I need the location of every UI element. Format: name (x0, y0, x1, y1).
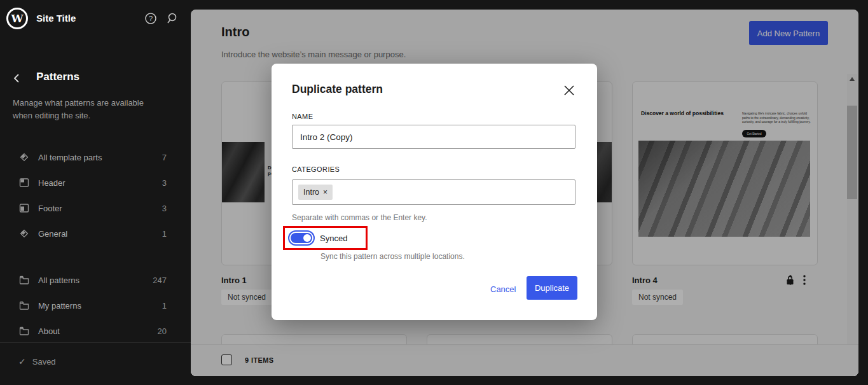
toggle-thumb (303, 234, 311, 242)
back-button[interactable] (10, 71, 24, 85)
search-icon[interactable] (165, 11, 179, 25)
pattern-name-input[interactable] (292, 125, 575, 149)
duplicate-button[interactable]: Duplicate (527, 276, 577, 300)
sidebar-item-label: My patterns (38, 301, 162, 311)
remove-token-icon[interactable]: × (323, 188, 327, 196)
category-token: Intro × (298, 185, 333, 200)
sidebar-item-footer[interactable]: Footer 3 (0, 195, 191, 221)
sidebar-item-label: All patterns (38, 276, 153, 285)
categories-help-text: Separate with commas or the Enter key. (292, 213, 427, 222)
svg-text:?: ? (149, 15, 153, 22)
categories-field-label: CATEGORIES (292, 165, 340, 173)
general-icon (18, 228, 30, 239)
sidebar-item-all-patterns[interactable]: All patterns 247 (0, 267, 191, 293)
category-token-label: Intro (303, 188, 319, 197)
sidebar-item-header[interactable]: Header 3 (0, 170, 191, 195)
name-field-label: NAME (292, 113, 313, 120)
saved-label: Saved (32, 357, 56, 367)
duplicate-pattern-modal: Duplicate pattern NAME CATEGORIES Intro … (272, 64, 597, 320)
site-title: Site Title (36, 13, 76, 24)
sidebar-description: Manage what patterns are available when … (13, 97, 159, 122)
sidebar-item-all-template-parts[interactable]: All template parts 7 (0, 144, 191, 170)
categories-input[interactable]: Intro × (292, 179, 575, 205)
sidebar-item-label: Header (38, 178, 162, 188)
sidebar-item-label: General (38, 229, 162, 239)
sidebar-item-count: 247 (153, 276, 167, 285)
sidebar-item-label: Footer (38, 204, 162, 213)
sidebar-item-count: 7 (162, 153, 167, 162)
sidebar-item-count: 1 (162, 301, 167, 311)
toggle-track (291, 233, 312, 243)
sidebar-item-count: 1 (162, 229, 167, 239)
cancel-button[interactable]: Cancel (485, 282, 521, 297)
sidebar-item-label: All template parts (38, 153, 162, 162)
sidebar-item-my-patterns[interactable]: My patterns 1 (0, 293, 191, 318)
sidebar-item-general[interactable]: General 1 (0, 221, 191, 246)
sidebar-item-label: About (38, 326, 158, 336)
check-icon: ✓ (18, 356, 26, 367)
sidebar-divider (0, 342, 191, 343)
sidebar-item-count: 3 (162, 178, 167, 188)
sidebar-title: Patterns (36, 71, 79, 83)
template-parts-icon (18, 151, 30, 163)
folder-icon (18, 274, 30, 286)
wordpress-logo-icon[interactable]: W (6, 8, 28, 29)
header-icon (18, 177, 30, 188)
synced-toggle[interactable] (288, 230, 315, 246)
folder-icon (18, 325, 30, 337)
save-status: ✓ Saved (18, 356, 56, 367)
modal-title: Duplicate pattern (292, 83, 383, 96)
sidebar-item-count: 3 (162, 204, 167, 213)
help-icon[interactable]: ? (144, 11, 158, 25)
synced-toggle-label: Synced (320, 234, 347, 243)
synced-help-text: Sync this pattern across multiple locati… (320, 252, 465, 261)
sidebar-item-about[interactable]: About 20 (0, 318, 191, 344)
close-icon[interactable] (561, 82, 577, 99)
sidebar-item-count: 20 (158, 326, 167, 336)
footer-icon (18, 202, 30, 214)
folder-icon (18, 300, 30, 311)
